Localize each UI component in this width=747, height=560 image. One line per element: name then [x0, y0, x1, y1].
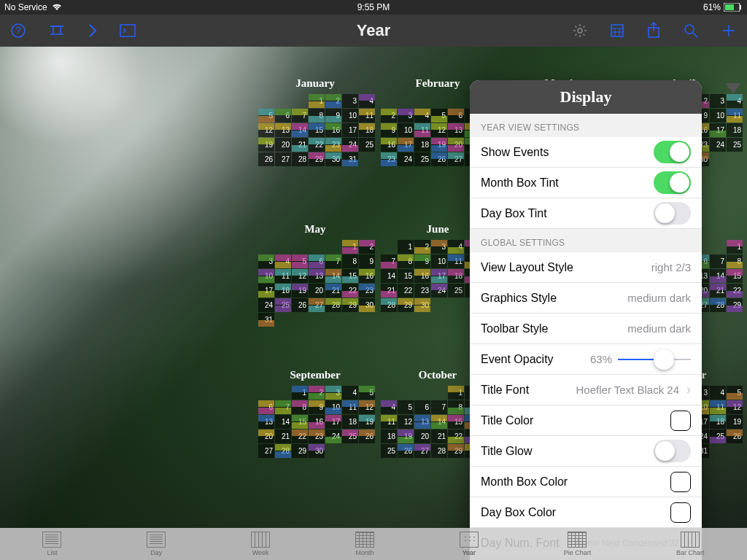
day-cell[interactable]: 7 [292, 109, 308, 122]
day-cell[interactable]: 15 [448, 415, 464, 429]
day-cell[interactable]: 15 [292, 415, 308, 429]
add-icon[interactable] [721, 23, 737, 39]
swatch-title-color[interactable] [670, 411, 691, 431]
day-cell[interactable]: 5 [258, 109, 274, 122]
share-icon[interactable] [646, 22, 661, 39]
day-cell[interactable]: 5 [292, 254, 308, 268]
day-cell[interactable]: 16 [309, 415, 325, 429]
day-cell[interactable]: 4 [727, 94, 743, 108]
calculator-icon[interactable] [610, 23, 624, 38]
day-cell[interactable]: 25 [727, 138, 743, 152]
row-day-box-color[interactable]: Day Box Color [470, 497, 702, 528]
day-cell[interactable]: 19 [431, 138, 447, 152]
day-cell[interactable]: 19 [727, 415, 743, 429]
row-month-box-tint[interactable]: Month Box Tint [470, 168, 702, 198]
day-cell[interactable]: 16 [325, 123, 341, 137]
tab-bar-chart[interactable]: Bar Chart [676, 532, 705, 556]
day-cell[interactable]: 5 [727, 386, 743, 400]
day-cell[interactable]: 20 [414, 429, 430, 443]
day-cell[interactable]: 14 [381, 269, 397, 283]
day-cell[interactable]: 11 [275, 269, 291, 283]
day-cell[interactable]: 18 [359, 123, 375, 137]
day-cell[interactable]: 19 [258, 138, 274, 152]
day-cell[interactable]: 18 [727, 123, 743, 137]
day-cell[interactable]: 24 [258, 298, 274, 312]
day-cell[interactable]: 27 [258, 444, 274, 458]
day-cell[interactable]: 13 [414, 415, 430, 429]
day-cell[interactable]: 15 [398, 269, 414, 283]
day-cell[interactable]: 7 [325, 254, 341, 268]
day-cell[interactable]: 6 [309, 254, 325, 268]
day-cell[interactable]: 24 [342, 138, 358, 152]
day-cell[interactable]: 4 [342, 386, 358, 400]
day-cell[interactable]: 12 [258, 123, 274, 137]
day-cell[interactable]: 17 [710, 123, 726, 137]
day-cell[interactable]: 13 [309, 269, 325, 283]
day-cell[interactable]: 18 [448, 269, 464, 283]
day-cell[interactable]: 8 [398, 254, 414, 268]
day-cell[interactable]: 23 [414, 284, 430, 298]
day-cell[interactable]: 29 [448, 444, 464, 458]
day-cell[interactable]: 25 [381, 444, 397, 458]
dropdown-triangle-icon[interactable] [725, 83, 741, 93]
day-cell[interactable]: 10 [325, 400, 341, 414]
presentation-icon[interactable] [48, 23, 66, 38]
day-cell[interactable]: 17 [325, 415, 341, 429]
day-cell[interactable]: 28 [710, 298, 726, 312]
day-cell[interactable]: 17 [258, 284, 274, 298]
day-cell[interactable]: 1 [727, 240, 743, 254]
day-cell[interactable]: 17 [398, 138, 414, 152]
day-cell[interactable]: 7 [431, 400, 447, 414]
day-cell[interactable]: 12 [359, 400, 375, 414]
day-cell[interactable]: 27 [275, 152, 291, 166]
day-cell[interactable]: 27 [309, 298, 325, 312]
terminal-icon[interactable] [120, 24, 136, 37]
day-cell[interactable]: 24 [710, 138, 726, 152]
day-cell[interactable]: 23 [309, 429, 325, 443]
day-cell[interactable]: 6 [448, 109, 464, 122]
day-cell[interactable]: 15 [309, 123, 325, 137]
swatch-month-box-color[interactable] [670, 472, 691, 492]
day-cell[interactable]: 28 [275, 444, 291, 458]
row-view-layout-style[interactable]: View Layout Style right 2/3 [470, 252, 702, 283]
day-cell[interactable]: 17 [431, 269, 447, 283]
day-cell[interactable]: 26 [359, 429, 375, 443]
day-cell[interactable]: 2 [309, 386, 325, 400]
day-cell[interactable]: 28 [325, 298, 341, 312]
day-cell[interactable]: 11 [727, 109, 743, 122]
tab-list[interactable]: List [42, 532, 61, 556]
day-cell[interactable]: 9 [359, 254, 375, 268]
day-cell[interactable]: 10 [342, 109, 358, 122]
day-cell[interactable]: 13 [448, 123, 464, 137]
day-cell[interactable]: 28 [431, 444, 447, 458]
day-cell[interactable]: 11 [414, 123, 430, 137]
help-icon[interactable]: ? [10, 23, 26, 39]
day-cell[interactable]: 25 [710, 429, 726, 443]
day-cell[interactable]: 11 [710, 400, 726, 414]
row-month-box-color[interactable]: Month Box Color [470, 467, 702, 497]
day-cell[interactable]: 10 [710, 109, 726, 122]
day-cell[interactable]: 1 [448, 386, 464, 400]
day-cell[interactable]: 7 [381, 254, 397, 268]
day-cell[interactable]: 12 [292, 269, 308, 283]
day-cell[interactable]: 21 [292, 138, 308, 152]
day-cell[interactable]: 3 [342, 94, 358, 108]
day-cell[interactable]: 18 [710, 415, 726, 429]
day-cell[interactable]: 30 [414, 298, 430, 312]
day-cell[interactable]: 26 [431, 152, 447, 166]
day-cell[interactable]: 21 [710, 284, 726, 298]
gear-icon[interactable] [572, 23, 588, 39]
day-cell[interactable]: 12 [727, 400, 743, 414]
day-cell[interactable]: 8 [727, 254, 743, 268]
day-cell[interactable]: 24 [325, 429, 341, 443]
day-cell[interactable]: 26 [398, 444, 414, 458]
row-title-color[interactable]: Title Color [470, 405, 702, 436]
day-cell[interactable]: 19 [398, 429, 414, 443]
day-cell[interactable]: 4 [414, 109, 430, 122]
day-cell[interactable]: 2 [414, 240, 430, 254]
swatch-day-box-color[interactable] [670, 502, 691, 523]
day-cell[interactable]: 28 [292, 152, 308, 166]
tab-day[interactable]: Day [147, 532, 166, 556]
day-cell[interactable]: 25 [342, 429, 358, 443]
day-cell[interactable]: 26 [258, 152, 274, 166]
